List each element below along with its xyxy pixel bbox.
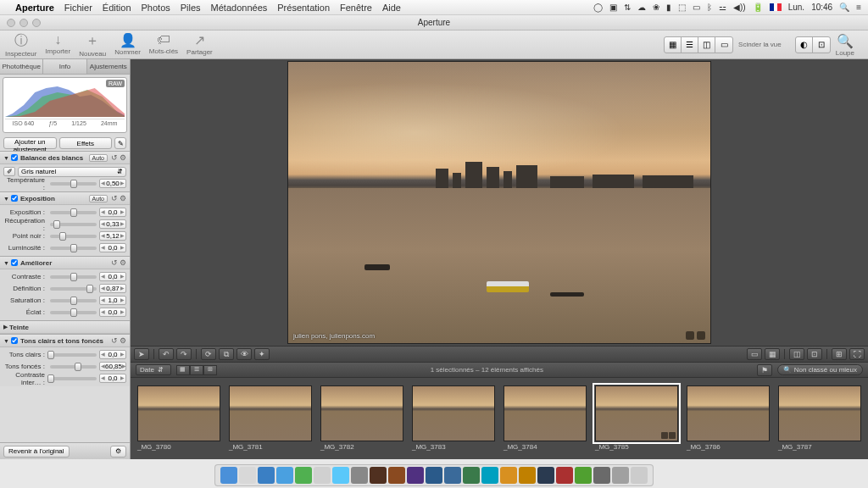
dock-app-icon[interactable] [500,467,517,484]
panel-enable-checkbox[interactable] [11,259,18,266]
enhance-value[interactable]: ◀1,0▶ [99,296,126,305]
importer-button[interactable]: ↓Importer [45,32,70,58]
status-icon[interactable]: ⇅ [624,3,631,12]
vt-view3-icon[interactable]: ◫ [789,348,804,360]
filmstrip[interactable]: _MG_3780_MG_3781_MG_3782_MG_3783_MG_3784… [131,378,868,459]
vt-view1-icon[interactable]: ▭ [747,348,762,360]
rating-filter[interactable]: 🔍Non classé ou mieux [777,364,863,375]
dock-app-icon[interactable] [295,467,312,484]
highlights-slider[interactable] [50,365,97,369]
vt-view2-icon[interactable]: ▦ [765,348,780,360]
effects-dropdown[interactable]: Effets [59,137,113,149]
exposure-slider[interactable] [50,211,97,214]
grid-view-icon[interactable]: ⊞ [203,365,217,375]
menu-fenetre[interactable]: Fenêtre [340,3,372,13]
disclosure-icon[interactable]: ▶ [3,324,8,330]
nommer-button[interactable]: 👤Nommer [114,32,141,58]
dock-app-icon[interactable] [220,467,237,484]
thumbnail[interactable]: _MG_3784 [504,385,587,452]
menu-fichier[interactable]: Fichier [64,3,92,13]
redeye-icon[interactable]: 👁 [236,348,252,360]
rotate-right-icon[interactable]: ↷ [176,348,192,360]
status-icon[interactable]: ▮ [666,3,671,12]
dock-app-icon[interactable] [575,467,592,484]
reset-icon[interactable]: ↺ [111,258,118,267]
straighten-icon[interactable]: ⟳ [201,348,216,360]
view-split-icon[interactable]: ◫ [698,37,715,53]
menu-presentation[interactable]: Présentation [277,3,330,13]
battery-icon[interactable]: 🔋 [753,3,763,12]
gear-icon[interactable]: ⚙ [120,258,126,267]
dock-app-icon[interactable] [444,467,461,484]
flag-icon[interactable] [770,3,782,11]
dock-app-icon[interactable] [370,467,387,484]
status-icon[interactable]: ⬚ [678,3,686,12]
dock-app-icon[interactable] [612,467,629,484]
vt-view4-icon[interactable]: ⊡ [807,348,822,360]
vt-view5-icon[interactable]: ⊞ [832,348,847,360]
enhance-slider[interactable] [50,275,97,279]
minimize-button[interactable] [19,19,28,27]
pointer-icon[interactable]: ➤ [134,348,149,360]
aux2-icon[interactable]: ⊡ [813,37,830,53]
disclosure-icon[interactable]: ▼ [3,338,9,344]
thumb-view-icon[interactable]: ▦ [176,365,190,375]
dock-app-icon[interactable] [593,467,610,484]
auto-button[interactable]: Auto [89,154,108,162]
dock-app-icon[interactable] [351,467,368,484]
spotlight-icon[interactable]: 🔍 [839,3,849,12]
disclosure-icon[interactable]: ▼ [3,155,9,161]
exposure-value[interactable]: ◀0,33▶ [99,219,126,229]
disclosure-icon[interactable]: ▼ [3,260,9,266]
dock-app-icon[interactable] [556,467,573,484]
tab-adjustments[interactable]: Ajustements [87,59,130,74]
exposure-slider[interactable] [50,235,97,238]
clock-day[interactable]: Lun. [788,3,804,12]
exposure-slider[interactable] [50,247,97,250]
panel-enable-checkbox[interactable] [11,154,18,161]
list-view-icon[interactable]: ☰ [190,365,203,375]
zoom-button[interactable] [32,19,41,27]
highlights-value[interactable]: ◀0,0▶ [99,350,126,359]
nouveau-button[interactable]: ＋Nouveau [79,32,106,58]
menu-aide[interactable]: Aide [382,3,401,13]
reset-icon[interactable]: ↺ [111,153,118,162]
status-icon[interactable]: ▣ [609,3,617,12]
temperature-value[interactable]: ◀0,50▶ [99,179,126,188]
dock-app-icon[interactable] [388,467,405,484]
notifications-icon[interactable]: ≡ [856,3,861,12]
add-adjustment-dropdown[interactable]: Ajouter un ajustement [3,137,57,149]
highlights-value[interactable]: ◀60,85▶ [99,362,126,371]
main-photo[interactable]: julien pons, julienpons.com [287,61,711,344]
eyedropper-icon[interactable]: ✐ [3,167,15,176]
auto-button[interactable]: Auto [89,195,108,202]
sort-dropdown[interactable]: Date⇵ [136,364,171,375]
revert-button[interactable]: Revenir à l'original [3,446,70,458]
crop-icon[interactable]: ⧉ [219,348,234,360]
rotate-left-icon[interactable]: ↶ [159,348,174,360]
aux1-icon[interactable]: ◐ [796,37,813,53]
dock-app-icon[interactable] [631,467,648,484]
disclosure-icon[interactable]: ▼ [3,196,9,202]
split-view-button[interactable]: Scinder la vue [738,41,782,48]
exposure-slider[interactable] [50,223,97,226]
thumbnail[interactable]: _MG_3783 [412,385,495,452]
thumbnail[interactable]: _MG_3780 [137,385,220,452]
highlights-slider[interactable] [50,377,97,380]
status-icon[interactable]: ❀ [653,3,659,12]
menu-photos[interactable]: Photos [142,3,170,13]
exposure-value[interactable]: ◀5,12▶ [99,231,126,241]
adjustment-action-icon[interactable]: ✎ [114,137,126,149]
view-mode-buttons[interactable]: ▦ ☰ ◫ ▭ [664,36,733,53]
thumbnail[interactable]: _MG_3782 [320,385,403,452]
menu-metadonnees[interactable]: Métadonnées [211,3,268,13]
dock-app-icon[interactable] [239,467,256,484]
panel-enable-checkbox[interactable] [11,195,18,202]
dock-app-icon[interactable] [481,467,498,484]
mots-clés-button[interactable]: 🏷Mots-clés [149,32,178,58]
gear-icon[interactable]: ⚙ [120,153,126,162]
enhance-value[interactable]: ◀0,0▶ [99,308,126,317]
exposure-value[interactable]: ◀0,0▶ [99,208,126,217]
view-full-icon[interactable]: ▭ [715,37,732,53]
thumbnail[interactable]: _MG_3787 [778,385,861,452]
